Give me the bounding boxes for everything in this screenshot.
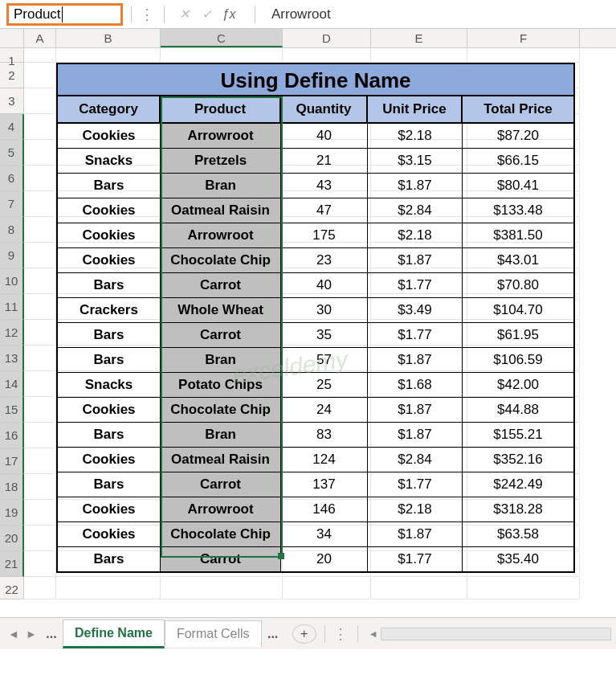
data-table: Using Define Name Category Product Quant… [56, 63, 575, 573]
table-row[interactable]: BarsCarrot40$1.77$70.80 [58, 273, 573, 298]
cell-qty: 137 [281, 472, 368, 497]
cell-cat: Cookies [58, 448, 161, 472]
row-header-14[interactable]: 14 [0, 371, 24, 397]
table-row[interactable]: BarsCarrot20$1.77$35.40 [58, 547, 573, 571]
table-row[interactable]: BarsCarrot35$1.77$61.95 [58, 323, 573, 348]
row-header-3[interactable]: 3 [0, 88, 24, 114]
table-row[interactable]: CookiesArrowroot175$2.18$381.50 [58, 223, 573, 248]
table-row[interactable]: BarsBran83$1.87$155.21 [58, 423, 573, 448]
row-header-7[interactable]: 7 [0, 191, 24, 217]
col-header-d[interactable]: D [283, 29, 371, 47]
table-row[interactable]: BarsBran43$1.87$80.41 [58, 174, 573, 198]
column-headers: A B C D E F [0, 29, 616, 48]
name-box[interactable]: Product [6, 3, 123, 26]
cell-unit: $3.49 [368, 298, 463, 322]
table-row[interactable]: SnacksPotato Chips25$1.68$42.00 [58, 373, 573, 398]
table-row[interactable]: CookiesChocolate Chip23$1.87$43.01 [58, 248, 573, 273]
col-header-c[interactable]: C [161, 29, 283, 47]
cell-qty: 35 [281, 323, 368, 347]
tab-format-cells[interactable]: Format Cells [165, 620, 262, 647]
cell-cat: Bars [58, 472, 161, 497]
cell-tot: $63.58 [463, 522, 573, 546]
col-header-f[interactable]: F [467, 29, 580, 47]
cell-qty: 23 [281, 248, 368, 272]
cell-unit: $1.87 [368, 423, 463, 447]
row-header-22[interactable]: 22 [0, 577, 24, 599]
row-header-12[interactable]: 12 [0, 320, 24, 346]
cell-qty: 30 [281, 298, 368, 322]
col-header-a[interactable]: A [24, 29, 56, 47]
row-header-11[interactable]: 11 [0, 294, 24, 320]
row-header-17[interactable]: 17 [0, 448, 24, 474]
row-header-8[interactable]: 8 [0, 217, 24, 243]
table-row[interactable]: CookiesArrowroot40$2.18$87.20 [58, 124, 573, 149]
cell-cat: Cookies [58, 522, 161, 546]
name-box-text: Product [14, 6, 61, 22]
table-row[interactable]: CookiesOatmeal Raisin124$2.84$352.16 [58, 448, 573, 472]
cursor-icon [62, 6, 63, 22]
cell-qty: 25 [281, 373, 368, 397]
row-header-4[interactable]: 4 [0, 114, 24, 140]
horizontal-scrollbar[interactable]: ◄ [366, 628, 611, 640]
row-header-6[interactable]: 6 [0, 166, 24, 191]
cell-cat: Snacks [58, 373, 161, 397]
table-row[interactable]: CookiesOatmeal Raisin47$2.84$133.48 [58, 198, 573, 223]
cell-tot: $133.48 [463, 198, 573, 223]
formula-input[interactable]: Arrowroot [263, 6, 610, 22]
cell-tot: $106.59 [463, 348, 573, 372]
cell-tot: $381.50 [463, 223, 573, 247]
table-header-row: Category Product Quantity Unit Price Tot… [58, 96, 573, 124]
cancel-button[interactable]: ✕ [173, 6, 195, 22]
table-row[interactable]: CookiesChocolate Chip34$1.87$63.58 [58, 522, 573, 547]
tab-overflow-left[interactable]: ... [40, 627, 63, 641]
tab-nav-next[interactable]: ► [22, 628, 40, 640]
row-header-9[interactable]: 9 [0, 243, 24, 268]
row-header-5[interactable]: 5 [0, 140, 24, 166]
row-header-13[interactable]: 13 [0, 346, 24, 371]
cell-prod: Oatmeal Raisin [161, 198, 281, 223]
fx-button[interactable]: ƒx [218, 7, 240, 22]
table-row[interactable]: BarsCarrot137$1.77$242.49 [58, 472, 573, 497]
row-header-18[interactable]: 18 [0, 474, 24, 500]
table-row[interactable]: CookiesArrowroot146$2.18$318.28 [58, 497, 573, 522]
row-header-16[interactable]: 16 [0, 423, 24, 448]
row-header-15[interactable]: 15 [0, 397, 24, 423]
row-header-2[interactable]: 2 [0, 63, 24, 88]
scroll-track[interactable] [381, 628, 611, 640]
table-row[interactable]: BarsBran57$1.87$106.59 [58, 348, 573, 373]
cell-cat: Cookies [58, 497, 161, 521]
scroll-left-icon[interactable]: ◄ [366, 628, 381, 640]
cell-qty: 40 [281, 273, 368, 297]
header-quantity: Quantity [281, 96, 368, 122]
add-sheet-button[interactable]: + [292, 624, 316, 644]
tab-overflow-right[interactable]: ... [262, 627, 284, 641]
cell-tot: $352.16 [463, 448, 573, 472]
tab-nav-prev[interactable]: ◄ [5, 628, 22, 640]
cell-prod: Carrot [161, 273, 281, 297]
cell-unit: $1.87 [368, 398, 463, 422]
row-header-20[interactable]: 20 [0, 526, 24, 551]
enter-button[interactable]: ✓ [195, 6, 218, 22]
formula-bar: Product ⋮ ✕ ✓ ƒx Arrowroot [0, 0, 616, 29]
row-header-21[interactable]: 21 [0, 551, 24, 577]
cell-unit: $1.87 [368, 522, 463, 546]
cell-unit: $3.15 [368, 149, 463, 173]
cell-cat: Bars [58, 323, 161, 347]
row-header-1[interactable]: 1 [0, 48, 24, 63]
col-header-b[interactable]: B [56, 29, 161, 47]
tab-define-name[interactable]: Define Name [63, 620, 165, 648]
cell-prod: Carrot [161, 323, 281, 347]
table-row[interactable]: CrackersWhole Wheat30$3.49$104.70 [58, 298, 573, 323]
row-header-19[interactable]: 19 [0, 500, 24, 526]
cell-tot: $42.00 [463, 373, 573, 397]
separator [255, 6, 255, 23]
select-all-corner[interactable] [0, 29, 24, 47]
dots-icon: ⋮ [333, 625, 349, 643]
cells[interactable]: Using Define Name Category Product Quant… [24, 48, 616, 599]
table-row[interactable]: SnacksPretzels21$3.15$66.15 [58, 149, 573, 174]
col-header-e[interactable]: E [371, 29, 467, 47]
cell-prod: Chocolate Chip [161, 248, 281, 272]
table-row[interactable]: CookiesChocolate Chip24$1.87$44.88 [58, 398, 573, 423]
cell-cat: Snacks [58, 149, 161, 173]
row-header-10[interactable]: 10 [0, 268, 24, 294]
